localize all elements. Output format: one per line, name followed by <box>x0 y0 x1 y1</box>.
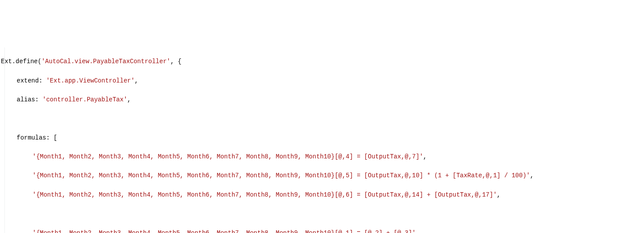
code-line[interactable]: '{Month1, Month2, Month3, Month4, Month5… <box>1 229 644 233</box>
token-string: '{Month1, Month2, Month3, Month4, Month5… <box>32 229 416 233</box>
code-line[interactable]: '{Month1, Month2, Month3, Month4, Month5… <box>1 171 644 181</box>
token-string: 'AutoCal.view.PayableTaxController' <box>41 58 170 65</box>
token-punct: , <box>135 77 138 84</box>
token-string: '{Month1, Month2, Month3, Month4, Month5… <box>32 153 423 160</box>
token-punct: , <box>497 191 501 198</box>
token-string: 'controller.PayableTax' <box>43 96 127 103</box>
token-code: extend: <box>17 77 46 84</box>
token-string: 'Ext.app.ViewController' <box>46 77 135 84</box>
token-punct: , <box>530 172 533 179</box>
code-line[interactable]: alias: 'controller.PayableTax', <box>1 95 644 105</box>
token-punct: , <box>127 96 131 103</box>
code-line[interactable]: formulas: [ <box>1 133 644 143</box>
code-line[interactable]: '{Month1, Month2, Month3, Month4, Month5… <box>1 190 644 200</box>
token-punct: , <box>416 229 419 233</box>
code-line[interactable] <box>1 209 644 219</box>
token-code: formulas: [ <box>17 134 57 141</box>
token-punct: , { <box>170 58 181 65</box>
code-line[interactable]: Ext.define('AutoCal.view.PayableTaxContr… <box>1 57 644 67</box>
token-code: Ext.define( <box>1 58 41 65</box>
code-line[interactable]: extend: 'Ext.app.ViewController', <box>1 76 644 86</box>
token-punct: , <box>423 153 427 160</box>
code-line[interactable]: '{Month1, Month2, Month3, Month4, Month5… <box>1 152 644 162</box>
code-line[interactable] <box>1 114 644 124</box>
token-string: '{Month1, Month2, Month3, Month4, Month5… <box>32 172 530 179</box>
code-editor[interactable]: Ext.define('AutoCal.view.PayableTaxContr… <box>0 47 644 233</box>
token-string: '{Month1, Month2, Month3, Month4, Month5… <box>32 191 497 198</box>
token-code: alias: <box>17 96 43 103</box>
